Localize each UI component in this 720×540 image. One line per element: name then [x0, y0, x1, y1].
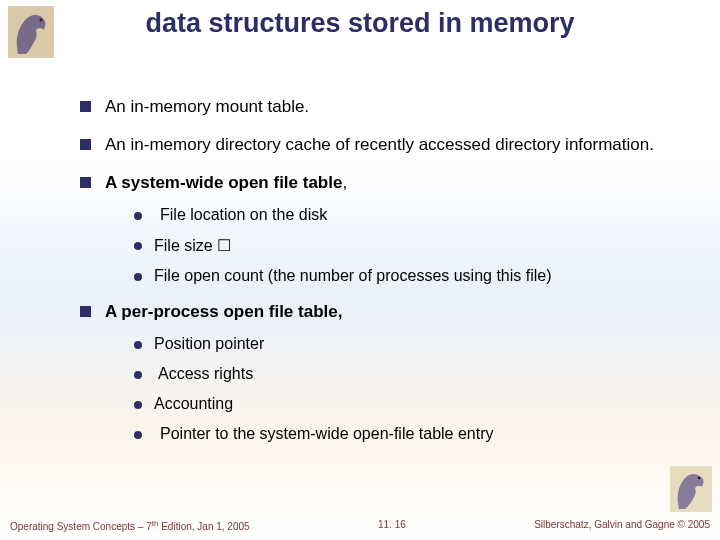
slide-title: data structures stored in memory [0, 8, 720, 39]
bullet-text: An in-memory mount table. [105, 96, 309, 118]
bullet-text: A system-wide open file table, [105, 172, 347, 194]
bullet-system-wide-table: A system-wide open file table, [80, 172, 690, 194]
subitem-position-pointer: Position pointer [134, 335, 690, 353]
footer-copyright: Silberschatz, Galvin and Gagne © 2005 [534, 519, 710, 532]
subitem-file-location: File location on the disk [134, 206, 690, 224]
slide-content: An in-memory mount table. An in-memory d… [80, 96, 690, 455]
square-bullet-icon [80, 101, 91, 112]
footer-left: Operating System Concepts – 7th Edition,… [10, 519, 250, 532]
subitem-text: Position pointer [154, 335, 264, 353]
footer-slide-number: 11. 16 [378, 519, 406, 532]
bullet-suffix: , [342, 173, 347, 192]
square-bullet-icon [80, 139, 91, 150]
dot-bullet-icon [134, 401, 142, 409]
dot-bullet-icon [134, 371, 142, 379]
subitem-text: File size ☐ [154, 236, 231, 255]
subitem-file-open-count: File open count (the number of processes… [134, 267, 690, 285]
subitem-pointer-system-wide: Pointer to the system-wide open-file tab… [134, 425, 690, 443]
dot-bullet-icon [134, 341, 142, 349]
subitem-text: Pointer to the system-wide open-file tab… [154, 425, 494, 443]
subitem-text: Access rights [154, 365, 253, 383]
dot-bullet-icon [134, 273, 142, 281]
bullet-directory-cache: An in-memory directory cache of recently… [80, 134, 690, 156]
subitem-access-rights: Access rights [134, 365, 690, 383]
subitem-accounting: Accounting [134, 395, 690, 413]
dinosaur-logo-bottom-right [670, 466, 712, 512]
footer-left-b: Edition, Jan 1, 2005 [158, 521, 249, 532]
bullet-per-process-table: A per-process open file table, [80, 301, 690, 323]
dot-bullet-icon [134, 431, 142, 439]
bullet-bold-text: A per-process open file table, [105, 301, 342, 323]
square-bullet-icon [80, 306, 91, 317]
bullet-mount-table: An in-memory mount table. [80, 96, 690, 118]
footer-left-a: Operating System Concepts – 7 [10, 521, 152, 532]
dot-bullet-icon [134, 242, 142, 250]
square-bullet-icon [80, 177, 91, 188]
subitem-file-size: File size ☐ [134, 236, 690, 255]
svg-point-3 [698, 477, 701, 480]
subitem-text: File location on the disk [154, 206, 327, 224]
bullet-text: An in-memory directory cache of recently… [105, 134, 654, 156]
subitem-text: Accounting [154, 395, 233, 413]
bullet-bold-text: A system-wide open file table [105, 173, 342, 192]
subitem-text: File open count (the number of processes… [154, 267, 552, 285]
slide-footer: Operating System Concepts – 7th Edition,… [0, 519, 720, 532]
dot-bullet-icon [134, 212, 142, 220]
